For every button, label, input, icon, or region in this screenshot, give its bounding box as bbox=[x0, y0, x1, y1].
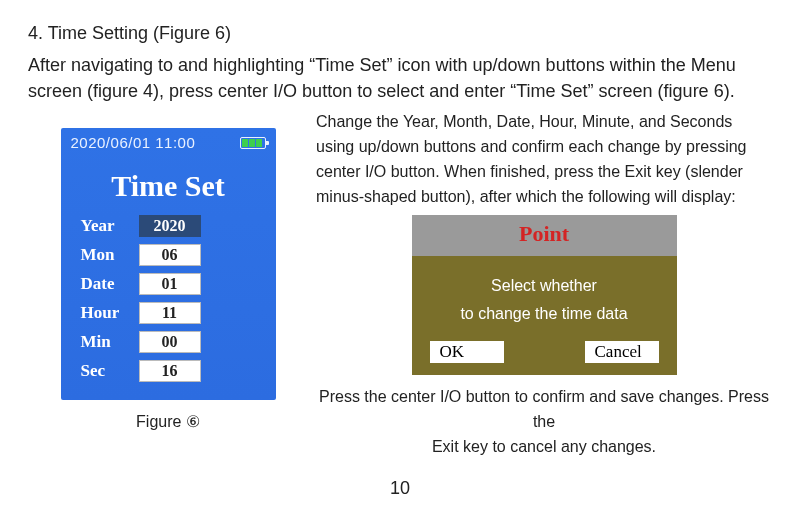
device-screen: 2020/06/01 11:00 Time Set Year 2020 Mon bbox=[61, 128, 276, 400]
field-label: Sec bbox=[81, 361, 139, 381]
field-value-hour[interactable]: 11 bbox=[139, 302, 201, 324]
intro-paragraph: After navigating to and highlighting “Ti… bbox=[28, 52, 772, 104]
field-value-year[interactable]: 2020 bbox=[139, 215, 201, 237]
field-row-date[interactable]: Date 01 bbox=[81, 273, 256, 295]
page-number: 10 bbox=[0, 478, 800, 499]
battery-icon bbox=[240, 137, 266, 149]
section-heading: 4. Time Setting (Figure 6) bbox=[28, 20, 772, 46]
field-label: Year bbox=[81, 216, 139, 236]
field-value-min[interactable]: 00 bbox=[139, 331, 201, 353]
device-field-list: Year 2020 Mon 06 Date 01 Hour 11 bbox=[61, 215, 276, 400]
manual-page: 4. Time Setting (Figure 6) After navigat… bbox=[0, 0, 800, 505]
device-title: Time Set bbox=[61, 155, 276, 215]
field-label: Min bbox=[81, 332, 139, 352]
content-columns: 2020/06/01 11:00 Time Set Year 2020 Mon bbox=[28, 110, 772, 459]
field-row-min[interactable]: Min 00 bbox=[81, 331, 256, 353]
after-dialog-line1: Press the center I/O button to confirm a… bbox=[316, 385, 772, 435]
field-value-date[interactable]: 01 bbox=[139, 273, 201, 295]
field-row-mon[interactable]: Mon 06 bbox=[81, 244, 256, 266]
instruction-paragraph: Change the Year, Month, Date, Hour, Minu… bbox=[316, 110, 772, 209]
field-row-year[interactable]: Year 2020 bbox=[81, 215, 256, 237]
field-label: Mon bbox=[81, 245, 139, 265]
field-label: Date bbox=[81, 274, 139, 294]
after-dialog-line2: Exit key to cancel any changes. bbox=[316, 435, 772, 460]
field-row-hour[interactable]: Hour 11 bbox=[81, 302, 256, 324]
confirm-dialog: Point Select whether to change the time … bbox=[412, 215, 677, 375]
dialog-button-row: OK Cancel bbox=[422, 341, 667, 363]
ok-button[interactable]: OK bbox=[430, 341, 504, 363]
dialog-title: Point bbox=[412, 215, 677, 255]
field-label: Hour bbox=[81, 303, 139, 323]
device-datetime: 2020/06/01 11:00 bbox=[71, 134, 196, 151]
after-dialog-text: Press the center I/O button to confirm a… bbox=[316, 385, 772, 459]
figure-caption: Figure ⑥ bbox=[136, 412, 200, 431]
field-value-mon[interactable]: 06 bbox=[139, 244, 201, 266]
text-column: Change the Year, Month, Date, Hour, Minu… bbox=[308, 110, 772, 459]
field-value-sec[interactable]: 16 bbox=[139, 360, 201, 382]
cancel-button[interactable]: Cancel bbox=[585, 341, 659, 363]
dialog-line1: Select whether bbox=[422, 274, 667, 299]
field-row-sec[interactable]: Sec 16 bbox=[81, 360, 256, 382]
figure-column: 2020/06/01 11:00 Time Set Year 2020 Mon bbox=[28, 110, 308, 459]
dialog-body: Select whether to change the time data O… bbox=[412, 256, 677, 376]
dialog-line2: to change the time data bbox=[422, 302, 667, 327]
device-status-bar: 2020/06/01 11:00 bbox=[61, 128, 276, 155]
